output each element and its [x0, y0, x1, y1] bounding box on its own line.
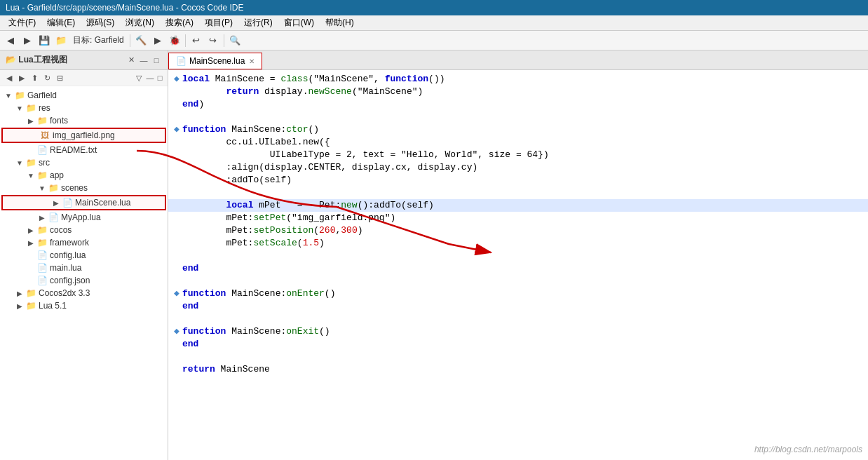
file-icon-myapp: 📄	[48, 212, 59, 223]
tree-res[interactable]: ▼ 📁 res	[0, 102, 168, 114]
bullet-22	[174, 338, 182, 351]
label-img-garfield: img_garfield.png	[53, 130, 115, 140]
panel-title: 📂 Lua工程视图	[6, 54, 67, 66]
code-text-15	[182, 250, 862, 262]
tree-myapp[interactable]: ▶ 📄 MyApp.lua	[0, 211, 168, 224]
code-text-23	[182, 351, 862, 363]
nav-back[interactable]: ◀	[3, 72, 15, 84]
bullet-7	[174, 149, 182, 161]
file-tree: ▼ 📁 Garfield ▼ 📁 res ▶ 📁 fonts	[0, 86, 168, 460]
code-text-21: function MainScene:onExit()	[182, 325, 862, 338]
menu-run[interactable]: 运行(R)	[238, 15, 278, 30]
menu-help[interactable]: 帮助(H)	[320, 15, 360, 30]
label-scenes: scenes	[61, 183, 88, 193]
menu-project[interactable]: 项目(P)	[199, 15, 238, 30]
panel-collapse[interactable]: ✕	[126, 55, 137, 66]
nav-forward[interactable]: ▶	[15, 72, 28, 84]
label-main-lua: main.lua	[50, 263, 81, 273]
tree-img-garfield[interactable]: ▶ 🖼 img_garfield.png	[1, 128, 166, 143]
arrow-mainscene: ▶	[50, 197, 62, 208]
file-icon-config-json: 📄	[36, 275, 48, 286]
nav-up[interactable]: ⬆	[28, 72, 41, 84]
menu-source[interactable]: 源码(S)	[81, 15, 120, 30]
tree-app[interactable]: ▼ 📁 app	[0, 169, 168, 182]
code-line-24: return MainScene	[168, 363, 868, 376]
bullet-14	[174, 237, 182, 250]
code-text-9: :addTo(self)	[182, 174, 862, 187]
tree-config-lua[interactable]: ▶ 📄 config.lua	[0, 249, 168, 262]
tree-cocos2dx[interactable]: ▶ 📁 Cocos2dx 3.3	[0, 287, 168, 299]
label-config-lua: config.lua	[50, 250, 86, 260]
code-text-17	[182, 275, 862, 288]
label-framework: framework	[50, 238, 89, 248]
tab-close[interactable]: ✕	[249, 58, 255, 65]
toolbar-build[interactable]: 🔨	[133, 33, 149, 48]
code-line-3: end)	[168, 98, 868, 111]
arrow-garfield: ▼	[3, 90, 14, 101]
panel-maximize[interactable]: □	[151, 55, 162, 66]
folder-icon-framework: 📁	[36, 237, 48, 248]
code-line-8: :align(display.CENTER, display.cx, displ…	[168, 161, 868, 174]
tree-scenes[interactable]: ▼ 📁 scenes	[0, 182, 168, 194]
tree-main-lua[interactable]: ▶ 📄 main.lua	[0, 262, 168, 274]
code-line-12: mPet:setPet("img_garfield.png")	[168, 212, 868, 224]
menu-search[interactable]: 搜索(A)	[160, 15, 199, 30]
folder-icon-lua51: 📁	[25, 300, 36, 311]
bullet-3	[174, 98, 182, 111]
nav-collapse-all[interactable]: ⊟	[53, 72, 66, 84]
panel-header: 📂 Lua工程视图 ✕ — □	[0, 50, 168, 70]
bullet-5: ◆	[174, 123, 182, 136]
menu-edit[interactable]: 编辑(E)	[41, 15, 81, 30]
nav-refresh[interactable]: ↻	[41, 72, 53, 84]
label-config-json: config.json	[50, 276, 90, 285]
toolbar-run[interactable]: ▶	[150, 33, 165, 48]
tree-fonts[interactable]: ▶ 📁 fonts	[0, 114, 168, 127]
code-text-7: UILabelType = 2, text = "Hello, World", …	[182, 149, 862, 161]
tree-src[interactable]: ▼ 📁 src	[0, 156, 168, 169]
toolbar-redo[interactable]: ↪	[205, 33, 221, 48]
code-editor[interactable]: ◆ local MainScene = class("MainScene", f…	[168, 70, 868, 460]
toolbar-undo[interactable]: ↩	[189, 33, 204, 48]
panel-min2[interactable]: —	[145, 73, 155, 83]
menu-browse[interactable]: 浏览(N)	[120, 15, 160, 30]
toolbar-back[interactable]: ◀	[3, 33, 18, 48]
toolbar-open[interactable]: 📁	[53, 33, 69, 48]
main-area: 📂 Lua工程视图 ✕ — □ ◀ ▶ ⬆ ↻ ⊟ ▽ — □	[0, 50, 868, 460]
arrow-myapp: ▶	[36, 212, 48, 223]
menu-file[interactable]: 文件(F)	[3, 15, 41, 30]
label-lua51: Lua 5.1	[39, 301, 67, 311]
arrow-app: ▼	[25, 170, 36, 181]
file-icon-readme: 📄	[36, 144, 48, 156]
label-readme: README.txt	[50, 145, 97, 155]
panel-minimize[interactable]: —	[138, 55, 149, 66]
toolbar-sep1	[130, 34, 130, 47]
right-panel: 📄 MainScene.lua ✕ ◆ local MainScene = cl…	[168, 50, 868, 460]
toolbar-search[interactable]: 🔍	[227, 33, 243, 48]
tab-mainscene[interactable]: 📄 MainScene.lua ✕	[168, 53, 262, 69]
menu-window[interactable]: 窗口(W)	[278, 15, 320, 30]
tree-garfield[interactable]: ▼ 📁 Garfield	[0, 89, 168, 102]
bullet-21: ◆	[174, 325, 182, 338]
tree-config-json[interactable]: ▶ 📄 config.json	[0, 274, 168, 287]
toolbar-forward[interactable]: ▶	[20, 33, 35, 48]
toolbar-save[interactable]: 💾	[36, 33, 52, 48]
code-text-19: end	[182, 300, 862, 313]
code-text-12: mPet:setPet("img_garfield.png")	[182, 212, 862, 224]
tree-readme[interactable]: ▶ 📄 README.txt	[0, 144, 168, 156]
file-icon-main-lua: 📄	[36, 262, 48, 273]
tree-mainscene[interactable]: ▶ 📄 MainScene.lua	[1, 195, 166, 210]
panel-menu[interactable]: ▽	[133, 72, 145, 84]
left-panel: 📂 Lua工程视图 ✕ — □ ◀ ▶ ⬆ ↻ ⊟ ▽ — □	[0, 50, 168, 460]
tree-cocos[interactable]: ▶ 📁 cocos	[0, 224, 168, 236]
folder-icon-res: 📁	[25, 102, 36, 114]
code-text-1: local MainScene = class("MainScene", fun…	[182, 73, 862, 86]
label-res: res	[39, 103, 50, 113]
code-line-10	[168, 187, 868, 199]
code-line-14: mPet:setScale(1.5)	[168, 237, 868, 250]
tree-framework[interactable]: ▶ 📁 framework	[0, 236, 168, 249]
toolbar-target-label: 目标: Garfield	[70, 34, 127, 46]
bullet-1: ◆	[174, 73, 182, 86]
tree-lua51[interactable]: ▶ 📁 Lua 5.1	[0, 299, 168, 312]
toolbar-debug[interactable]: 🐞	[167, 33, 182, 48]
panel-max2[interactable]: □	[155, 73, 165, 83]
